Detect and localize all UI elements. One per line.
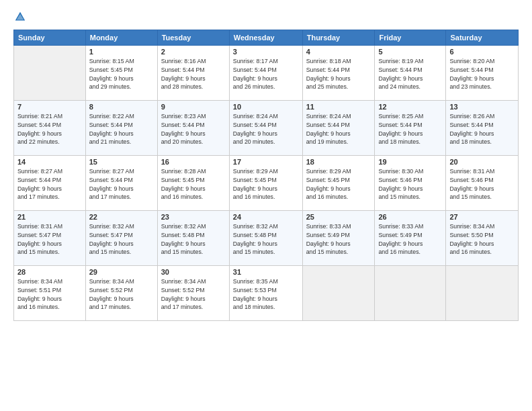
calendar-cell: 27Sunrise: 8:34 AM Sunset: 5:50 PM Dayli… [446, 211, 519, 266]
day-info: Sunrise: 8:29 AM Sunset: 5:45 PM Dayligh… [306, 167, 371, 201]
column-header-wednesday: Wednesday [229, 30, 302, 46]
day-number: 22 [89, 213, 154, 221]
day-info: Sunrise: 8:33 AM Sunset: 5:49 PM Dayligh… [306, 222, 371, 257]
calendar-cell: 8Sunrise: 8:22 AM Sunset: 5:44 PM Daylig… [85, 101, 157, 156]
calendar-cell: 6Sunrise: 8:20 AM Sunset: 5:44 PM Daylig… [446, 46, 519, 101]
day-number: 28 [17, 268, 82, 276]
column-header-monday: Monday [85, 30, 157, 46]
day-info: Sunrise: 8:34 AM Sunset: 5:51 PM Dayligh… [17, 277, 82, 312]
calendar-cell: 31Sunrise: 8:35 AM Sunset: 5:53 PM Dayli… [229, 266, 302, 321]
calendar-table: SundayMondayTuesdayWednesdayThursdayFrid… [13, 30, 519, 321]
calendar-cell: 18Sunrise: 8:29 AM Sunset: 5:45 PM Dayli… [302, 156, 375, 211]
logo-icon [14, 11, 26, 23]
day-number: 25 [306, 213, 371, 221]
calendar-cell: 12Sunrise: 8:25 AM Sunset: 5:44 PM Dayli… [375, 101, 446, 156]
day-number: 8 [89, 103, 154, 111]
day-number: 17 [233, 158, 299, 166]
calendar-week-1: 1Sunrise: 8:15 AM Sunset: 5:45 PM Daylig… [14, 46, 519, 101]
calendar-body: 1Sunrise: 8:15 AM Sunset: 5:45 PM Daylig… [14, 46, 519, 321]
calendar-cell: 20Sunrise: 8:31 AM Sunset: 5:46 PM Dayli… [446, 156, 519, 211]
calendar-cell: 19Sunrise: 8:30 AM Sunset: 5:46 PM Dayli… [375, 156, 446, 211]
day-info: Sunrise: 8:25 AM Sunset: 5:44 PM Dayligh… [378, 112, 442, 146]
calendar-week-4: 21Sunrise: 8:31 AM Sunset: 5:47 PM Dayli… [14, 211, 519, 266]
day-info: Sunrise: 8:30 AM Sunset: 5:46 PM Dayligh… [378, 167, 442, 201]
day-number: 29 [89, 268, 154, 276]
day-info: Sunrise: 8:35 AM Sunset: 5:53 PM Dayligh… [233, 277, 299, 312]
day-info: Sunrise: 8:23 AM Sunset: 5:44 PM Dayligh… [161, 112, 226, 146]
day-number: 7 [17, 103, 82, 111]
calendar-cell [302, 266, 375, 321]
day-number: 4 [306, 48, 371, 56]
day-info: Sunrise: 8:19 AM Sunset: 5:44 PM Dayligh… [378, 57, 442, 91]
column-header-tuesday: Tuesday [157, 30, 229, 46]
calendar-cell [14, 46, 86, 101]
calendar-cell: 10Sunrise: 8:24 AM Sunset: 5:44 PM Dayli… [229, 101, 302, 156]
calendar-cell: 5Sunrise: 8:19 AM Sunset: 5:44 PM Daylig… [375, 46, 446, 101]
calendar-cell: 22Sunrise: 8:32 AM Sunset: 5:47 PM Dayli… [85, 211, 157, 266]
day-info: Sunrise: 8:17 AM Sunset: 5:44 PM Dayligh… [233, 57, 299, 91]
day-info: Sunrise: 8:21 AM Sunset: 5:44 PM Dayligh… [17, 112, 82, 146]
calendar-cell: 16Sunrise: 8:28 AM Sunset: 5:45 PM Dayli… [157, 156, 229, 211]
day-info: Sunrise: 8:26 AM Sunset: 5:44 PM Dayligh… [449, 112, 515, 146]
calendar-cell [375, 266, 446, 321]
calendar-cell: 25Sunrise: 8:33 AM Sunset: 5:49 PM Dayli… [302, 211, 375, 266]
day-number: 13 [449, 103, 515, 111]
day-info: Sunrise: 8:33 AM Sunset: 5:49 PM Dayligh… [378, 222, 442, 257]
day-info: Sunrise: 8:18 AM Sunset: 5:44 PM Dayligh… [306, 57, 371, 91]
calendar-cell: 17Sunrise: 8:29 AM Sunset: 5:45 PM Dayli… [229, 156, 302, 211]
day-number: 21 [17, 213, 82, 221]
calendar-cell: 2Sunrise: 8:16 AM Sunset: 5:44 PM Daylig… [157, 46, 229, 101]
calendar-cell: 14Sunrise: 8:27 AM Sunset: 5:44 PM Dayli… [14, 156, 86, 211]
day-number: 27 [449, 213, 515, 221]
day-number: 19 [378, 158, 442, 166]
day-info: Sunrise: 8:29 AM Sunset: 5:45 PM Dayligh… [233, 167, 299, 201]
day-number: 31 [233, 268, 299, 276]
day-info: Sunrise: 8:20 AM Sunset: 5:44 PM Dayligh… [449, 57, 515, 91]
day-info: Sunrise: 8:24 AM Sunset: 5:44 PM Dayligh… [306, 112, 371, 146]
day-info: Sunrise: 8:34 AM Sunset: 5:50 PM Dayligh… [449, 222, 515, 257]
day-number: 30 [161, 268, 226, 276]
day-number: 15 [89, 158, 154, 166]
column-header-saturday: Saturday [446, 30, 519, 46]
calendar-cell: 7Sunrise: 8:21 AM Sunset: 5:44 PM Daylig… [14, 101, 86, 156]
calendar-cell: 4Sunrise: 8:18 AM Sunset: 5:44 PM Daylig… [302, 46, 375, 101]
calendar-cell: 3Sunrise: 8:17 AM Sunset: 5:44 PM Daylig… [229, 46, 302, 101]
day-number: 23 [161, 213, 226, 221]
calendar-week-5: 28Sunrise: 8:34 AM Sunset: 5:51 PM Dayli… [14, 266, 519, 321]
day-number: 14 [17, 158, 82, 166]
day-number: 12 [378, 103, 442, 111]
day-info: Sunrise: 8:34 AM Sunset: 5:52 PM Dayligh… [89, 277, 154, 312]
day-number: 6 [449, 48, 515, 56]
day-info: Sunrise: 8:22 AM Sunset: 5:44 PM Dayligh… [89, 112, 154, 146]
day-info: Sunrise: 8:32 AM Sunset: 5:48 PM Dayligh… [233, 222, 299, 257]
calendar-cell: 26Sunrise: 8:33 AM Sunset: 5:49 PM Dayli… [375, 211, 446, 266]
calendar-cell: 11Sunrise: 8:24 AM Sunset: 5:44 PM Dayli… [302, 101, 375, 156]
calendar-cell: 28Sunrise: 8:34 AM Sunset: 5:51 PM Dayli… [14, 266, 86, 321]
logo [13, 11, 26, 26]
calendar-cell: 9Sunrise: 8:23 AM Sunset: 5:44 PM Daylig… [157, 101, 229, 156]
day-info: Sunrise: 8:32 AM Sunset: 5:47 PM Dayligh… [89, 222, 154, 257]
day-info: Sunrise: 8:28 AM Sunset: 5:45 PM Dayligh… [161, 167, 226, 201]
page: SundayMondayTuesdayWednesdayThursdayFrid… [0, 0, 532, 411]
day-number: 1 [89, 48, 154, 56]
calendar-week-3: 14Sunrise: 8:27 AM Sunset: 5:44 PM Dayli… [14, 156, 519, 211]
calendar-cell: 13Sunrise: 8:26 AM Sunset: 5:44 PM Dayli… [446, 101, 519, 156]
calendar-cell: 21Sunrise: 8:31 AM Sunset: 5:47 PM Dayli… [14, 211, 86, 266]
calendar-cell: 24Sunrise: 8:32 AM Sunset: 5:48 PM Dayli… [229, 211, 302, 266]
calendar-cell: 1Sunrise: 8:15 AM Sunset: 5:45 PM Daylig… [85, 46, 157, 101]
day-number: 9 [161, 103, 226, 111]
calendar-week-2: 7Sunrise: 8:21 AM Sunset: 5:44 PM Daylig… [14, 101, 519, 156]
day-info: Sunrise: 8:34 AM Sunset: 5:52 PM Dayligh… [161, 277, 226, 312]
day-number: 24 [233, 213, 299, 221]
column-header-thursday: Thursday [302, 30, 375, 46]
day-number: 3 [233, 48, 299, 56]
day-info: Sunrise: 8:31 AM Sunset: 5:47 PM Dayligh… [17, 222, 82, 257]
day-info: Sunrise: 8:15 AM Sunset: 5:45 PM Dayligh… [89, 57, 154, 91]
calendar-cell: 15Sunrise: 8:27 AM Sunset: 5:44 PM Dayli… [85, 156, 157, 211]
day-info: Sunrise: 8:32 AM Sunset: 5:48 PM Dayligh… [161, 222, 226, 257]
calendar-cell: 30Sunrise: 8:34 AM Sunset: 5:52 PM Dayli… [157, 266, 229, 321]
column-header-sunday: Sunday [14, 30, 86, 46]
day-number: 2 [161, 48, 226, 56]
day-number: 18 [306, 158, 371, 166]
day-number: 16 [161, 158, 226, 166]
